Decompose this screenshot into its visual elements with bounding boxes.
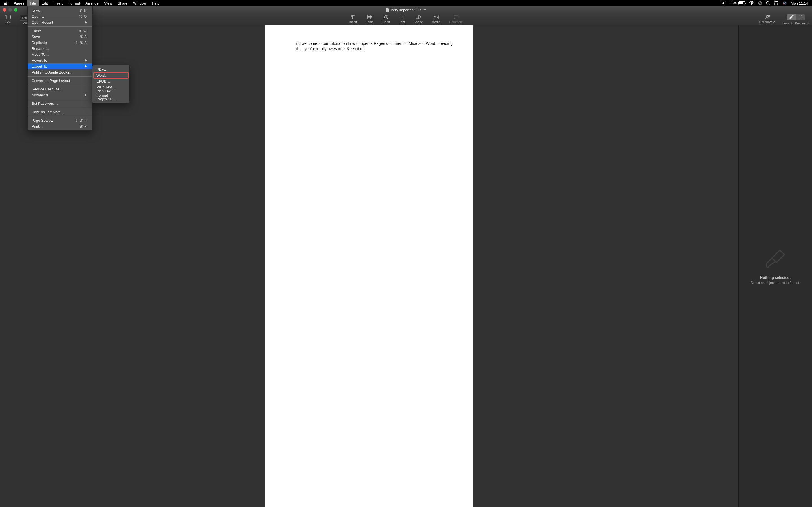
menu-item-label: New… xyxy=(32,8,43,13)
menu-item-label: Save xyxy=(32,35,40,39)
file-menu-item-open-recent[interactable]: Open Recent xyxy=(28,19,93,25)
menubar-item-window[interactable]: Window xyxy=(130,0,149,6)
toolbar-text-button[interactable]: T Text xyxy=(398,14,406,24)
file-menu-item-export-to[interactable]: Export To xyxy=(28,63,93,69)
menu-item-label: Duplicate xyxy=(32,41,47,45)
menu-item-label: Move To… xyxy=(32,52,49,57)
menu-item-label: Rich Text Format… xyxy=(96,89,125,98)
chart-icon xyxy=(384,15,389,20)
chevron-right-icon xyxy=(85,20,87,24)
menubar-item-format[interactable]: Format xyxy=(65,0,83,6)
menu-separator xyxy=(28,85,93,85)
menu-item-label: Print… xyxy=(32,124,43,128)
export-submenu-item-rich-text-format[interactable]: Rich Text Format… xyxy=(93,90,130,96)
toolbar-chart-button[interactable]: Chart xyxy=(381,14,392,24)
file-menu-item-convert-to-page-layout[interactable]: Convert to Page Layout xyxy=(28,78,93,83)
sidebar-toggle-icon xyxy=(5,15,11,20)
file-menu-item-set-password[interactable]: Set Password… xyxy=(28,101,93,107)
svg-rect-10 xyxy=(5,15,10,19)
file-menu-item-save-as-template[interactable]: Save as Template… xyxy=(28,109,93,115)
file-menu-item-rename[interactable]: Rename… xyxy=(28,46,93,52)
toolbar-chart-label: Chart xyxy=(383,20,390,24)
menu-item-shortcut: ⌘ S xyxy=(80,35,87,39)
paragraph-icon xyxy=(351,15,355,20)
file-menu-item-save[interactable]: Save⌘ S xyxy=(28,34,93,40)
menubar-item-view[interactable]: View xyxy=(101,0,115,6)
svg-text:T: T xyxy=(401,16,403,19)
window-close-button[interactable] xyxy=(3,8,6,11)
document-title[interactable]: Very Important File xyxy=(386,8,406,12)
toolbar-insert-button[interactable]: Insert xyxy=(348,14,359,24)
menu-item-label: Advanced xyxy=(32,93,48,97)
menu-item-label: Word… xyxy=(96,73,109,77)
menu-item-label: Set Password… xyxy=(32,101,58,106)
menubar-item-arrange[interactable]: Arrange xyxy=(83,0,101,6)
menu-item-shortcut: ⌘ N xyxy=(79,9,87,13)
file-menu-item-print[interactable]: Print…⌘ P xyxy=(28,123,93,129)
menu-item-label: Open… xyxy=(32,14,44,18)
menu-item-label: Convert to Page Layout xyxy=(32,78,70,83)
toolbar-text-label: Text xyxy=(399,20,405,24)
chevron-right-icon xyxy=(85,93,87,97)
file-menu-dropdown: New…⌘ NOpen…⌘ OOpen RecentClose⌘ WSave⌘ … xyxy=(28,6,93,131)
menu-item-shortcut: ⇧ ⌘ S xyxy=(75,41,87,45)
file-menu-item-duplicate[interactable]: Duplicate⇧ ⌘ S xyxy=(28,40,93,46)
toolbar-insert-label: Insert xyxy=(349,20,357,24)
menu-separator xyxy=(28,108,93,108)
menu-separator xyxy=(28,116,93,116)
menubar-item-help[interactable]: Help xyxy=(149,0,162,6)
export-submenu-item-epub[interactable]: EPUB… xyxy=(93,78,130,84)
document-icon xyxy=(386,8,389,12)
menu-separator xyxy=(28,99,93,100)
menu-item-label: Publish to Apple Books… xyxy=(32,70,73,74)
svg-rect-12 xyxy=(367,15,372,19)
window-traffic-lights xyxy=(3,8,17,11)
menubar-item-edit[interactable]: Edit xyxy=(39,0,50,6)
menu-item-shortcut: ⌘ W xyxy=(79,29,87,33)
file-menu-item-move-to[interactable]: Move To… xyxy=(28,52,93,57)
macos-menubar: Pages File Edit Insert Format Arrange Vi… xyxy=(0,0,406,6)
window-minimize-button[interactable] xyxy=(8,8,12,11)
export-to-submenu: PDF…Word…EPUB…Plain Text…Rich Text Forma… xyxy=(92,65,130,103)
menu-item-label: Open Recent xyxy=(32,20,53,24)
menu-separator xyxy=(28,26,93,27)
menubar-left: Pages File Edit Insert Format Arrange Vi… xyxy=(0,0,162,6)
menu-item-label: Save as Template… xyxy=(32,110,64,114)
chevron-right-icon xyxy=(85,58,87,62)
apple-logo-icon[interactable] xyxy=(4,1,8,5)
document-body-text[interactable]: nd welcome to our tutorial on how to ope… xyxy=(296,41,406,52)
window-fullscreen-button[interactable] xyxy=(14,8,17,11)
toolbar-view-label: View xyxy=(4,20,11,24)
chevron-right-icon xyxy=(85,64,87,68)
menubar-app-name[interactable]: Pages xyxy=(11,0,27,6)
file-menu-item-publish-to-apple-books[interactable]: Publish to Apple Books… xyxy=(28,69,93,75)
menubar-item-file[interactable]: File xyxy=(27,0,39,6)
menu-item-label: Rename… xyxy=(32,47,49,51)
menu-item-shortcut: ⇧ ⌘ P xyxy=(75,119,87,122)
menubar-item-insert[interactable]: Insert xyxy=(51,0,66,6)
file-menu-item-open[interactable]: Open…⌘ O xyxy=(28,13,93,19)
file-menu-item-close[interactable]: Close⌘ W xyxy=(28,28,93,34)
toolbar-view-button[interactable]: View xyxy=(3,14,13,24)
toolbar-table-button[interactable]: Table xyxy=(364,14,375,24)
export-submenu-item-pdf[interactable]: PDF… xyxy=(93,66,130,72)
export-submenu-item-word[interactable]: Word… xyxy=(94,72,128,78)
file-menu-item-new[interactable]: New…⌘ N xyxy=(28,8,93,13)
table-icon xyxy=(367,15,372,20)
menu-item-label: Revert To xyxy=(32,58,47,62)
document-title-text: Very Important File xyxy=(391,8,406,12)
menu-item-label: Reduce File Size… xyxy=(32,87,63,91)
menu-item-shortcut: ⌘ O xyxy=(79,15,87,18)
menubar-item-share[interactable]: Share xyxy=(115,0,131,6)
document-page[interactable]: nd welcome to our tutorial on how to ope… xyxy=(265,25,406,253)
menu-item-label: Page Setup… xyxy=(32,118,54,122)
textbox-icon: T xyxy=(400,15,404,20)
file-menu-item-advanced[interactable]: Advanced xyxy=(28,92,93,98)
menu-item-shortcut: ⌘ P xyxy=(80,124,87,128)
file-menu-item-reduce-file-size[interactable]: Reduce File Size… xyxy=(28,86,93,92)
file-menu-item-revert-to[interactable]: Revert To xyxy=(28,57,93,63)
menu-item-label: Export To xyxy=(32,64,47,68)
file-menu-item-page-setup[interactable]: Page Setup…⇧ ⌘ P xyxy=(28,117,93,123)
menu-item-label: Close xyxy=(32,29,41,33)
toolbar-table-label: Table xyxy=(366,20,373,24)
